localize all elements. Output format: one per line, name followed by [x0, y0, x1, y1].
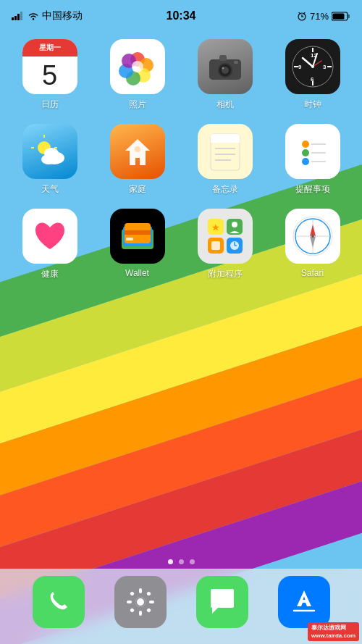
reminders-icon[interactable]	[285, 124, 340, 179]
app-wallet[interactable]: Wallet	[96, 209, 178, 280]
svg-rect-60	[211, 141, 240, 143]
messages-dock-icon[interactable]	[196, 576, 248, 628]
clock-icon[interactable]: 12 3 6 9	[285, 39, 340, 94]
home-icon[interactable]	[110, 124, 165, 179]
app-extras[interactable]: 附加程序	[184, 209, 266, 280]
weather-glyph-icon	[28, 132, 72, 172]
dock-settings[interactable]	[114, 576, 167, 628]
dock-appstore[interactable]	[278, 576, 330, 628]
safari-label: Safari	[301, 268, 324, 278]
svg-point-103	[137, 598, 144, 606]
svg-rect-18	[333, 13, 345, 19]
svg-rect-19	[348, 14, 350, 18]
svg-point-47	[311, 65, 314, 68]
svg-rect-75	[126, 238, 133, 241]
svg-text:9: 9	[298, 64, 302, 70]
svg-text:6: 6	[311, 76, 314, 83]
carrier-label: 中国移动	[42, 9, 83, 22]
health-glyph-icon	[28, 214, 72, 258]
notes-label: 备忘录	[212, 183, 238, 196]
app-safari[interactable]: Safari	[272, 209, 353, 280]
svg-point-57	[135, 146, 140, 152]
reminders-label: 提醒事项	[295, 183, 330, 196]
calendar-label: 日历	[41, 99, 59, 111]
wallet-glyph-icon	[116, 214, 159, 258]
dock-messages[interactable]	[196, 576, 248, 628]
svg-line-15	[299, 13, 300, 14]
camera-label: 相机	[216, 99, 234, 111]
svg-point-11	[33, 18, 34, 20]
weather-icon[interactable]	[22, 124, 77, 179]
app-reminders[interactable]: 提醒事项	[272, 124, 353, 196]
svg-point-55	[44, 148, 59, 159]
wifi-icon	[28, 12, 39, 20]
dot-3	[190, 559, 195, 564]
svg-point-69	[302, 158, 309, 165]
status-bar: 中国移动 10:34 71%	[0, 0, 362, 32]
calendar-icon[interactable]: 星期一 5	[22, 39, 77, 94]
reminders-glyph-icon	[294, 131, 332, 172]
svg-point-32	[222, 67, 224, 70]
health-icon[interactable]	[22, 209, 77, 264]
wallet-icon[interactable]	[110, 209, 165, 264]
calendar-date: 5	[42, 62, 57, 89]
svg-point-79	[232, 222, 237, 227]
status-right: 71%	[297, 11, 350, 22]
extras-icon[interactable]	[198, 209, 253, 264]
camera-glyph-icon	[208, 52, 243, 81]
svg-rect-94	[139, 588, 142, 593]
battery-icon	[332, 12, 350, 21]
app-weather[interactable]: 天气	[9, 124, 90, 196]
weather-label: 天气	[41, 183, 59, 196]
home-glyph-icon	[119, 133, 156, 170]
alarm-icon	[297, 11, 307, 21]
phone-glyph-icon	[44, 587, 73, 616]
app-calendar[interactable]: 星期一 5 日历	[9, 39, 90, 111]
settings-glyph-icon	[125, 586, 156, 618]
app-home[interactable]: 家庭	[96, 124, 178, 196]
photos-petals-icon	[116, 45, 159, 88]
camera-icon[interactable]	[198, 39, 253, 94]
extras-label: 附加程序	[208, 268, 243, 280]
watermark: 泰尔达游戏网www.tairda.com	[308, 622, 359, 641]
app-clock[interactable]: 12 3 6 9 时钟	[272, 39, 353, 111]
svg-rect-97	[149, 601, 154, 603]
app-photos[interactable]: 照片	[96, 39, 178, 111]
status-left: 中国移动	[12, 9, 83, 22]
svg-line-16	[303, 13, 305, 14]
phone-dock-icon[interactable]	[33, 576, 85, 628]
svg-rect-96	[127, 601, 132, 603]
svg-rect-34	[234, 61, 238, 64]
svg-rect-7	[12, 17, 14, 20]
app-health[interactable]: 健康	[9, 209, 90, 280]
signal-icon	[12, 12, 25, 20]
svg-rect-10	[20, 12, 22, 20]
safari-icon[interactable]	[285, 209, 340, 264]
dot-1	[168, 559, 173, 564]
photos-label: 照片	[129, 99, 146, 111]
status-time: 10:34	[167, 9, 196, 22]
notes-glyph-icon	[206, 131, 244, 172]
calendar-day-label: 星期一	[39, 43, 61, 53]
svg-text:3: 3	[323, 64, 327, 70]
svg-rect-8	[14, 16, 17, 20]
svg-rect-74	[125, 230, 151, 235]
photos-icon[interactable]	[110, 39, 165, 94]
dock-phone[interactable]	[33, 576, 85, 628]
notes-icon[interactable]	[198, 124, 253, 179]
health-label: 健康	[41, 268, 59, 280]
page-dots	[0, 559, 362, 564]
messages-glyph-icon	[206, 586, 238, 618]
home-label: 家庭	[129, 183, 146, 196]
svg-point-65	[302, 141, 309, 148]
battery-percent: 71%	[310, 11, 329, 22]
app-camera[interactable]: 相机	[184, 39, 266, 111]
clock-label: 时钟	[304, 99, 321, 111]
svg-rect-33	[219, 55, 227, 61]
appstore-dock-icon[interactable]	[278, 576, 330, 628]
app-notes[interactable]: 备忘录	[184, 124, 266, 196]
appstore-glyph-icon	[288, 586, 320, 618]
svg-point-67	[302, 149, 309, 156]
clock-face-icon: 12 3 6 9	[291, 45, 334, 88]
settings-dock-icon[interactable]	[114, 576, 167, 628]
